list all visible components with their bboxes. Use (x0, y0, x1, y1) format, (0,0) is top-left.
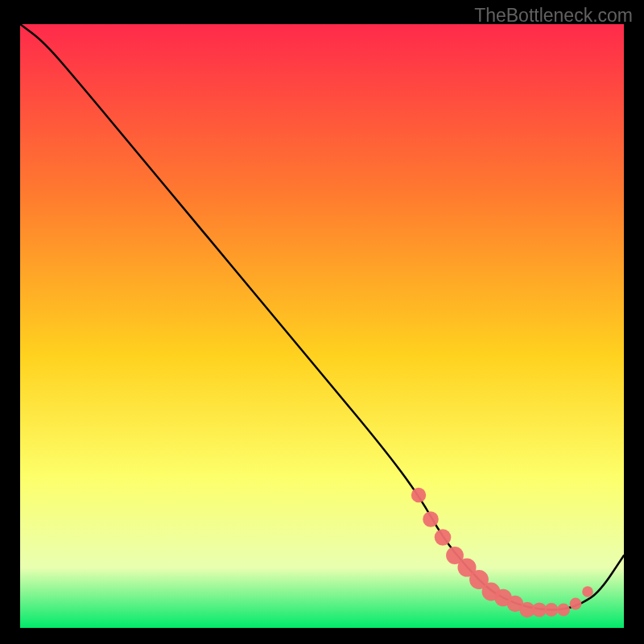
gradient-background (20, 24, 624, 628)
marker-dot (582, 586, 593, 597)
plot-area (20, 24, 624, 628)
marker-dot (423, 511, 439, 527)
marker-dot (411, 488, 426, 502)
chart-container: TheBottleneck.com (0, 0, 644, 644)
marker-dot (570, 598, 582, 610)
marker-dot (532, 602, 547, 617)
marker-dot (545, 603, 559, 617)
marker-dot (435, 529, 452, 546)
marker-dot (557, 604, 570, 617)
watermark-label: TheBottleneck.com (474, 5, 633, 27)
chart-svg (20, 24, 624, 628)
